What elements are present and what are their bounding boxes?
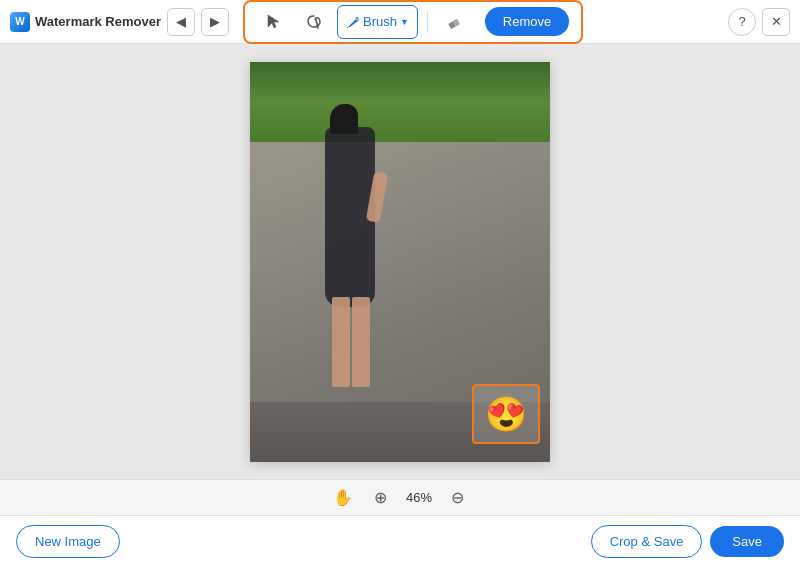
leg-left [332, 297, 350, 387]
forward-button[interactable]: ▶ [201, 8, 229, 36]
title-bar: W Watermark Remover ◀ ▶ Brush ▼ [0, 0, 800, 44]
close-button[interactable]: ✕ [762, 8, 790, 36]
lasso-tool-button[interactable] [297, 5, 331, 39]
back-button[interactable]: ◀ [167, 8, 195, 36]
main-image: 😍 [250, 62, 550, 462]
canvas-area[interactable]: 😍 [0, 44, 800, 479]
logo-icon: W [10, 12, 30, 32]
app-title: Watermark Remover [35, 14, 161, 29]
eraser-tool-button[interactable] [437, 5, 471, 39]
new-image-button[interactable]: New Image [16, 525, 120, 558]
brush-dropdown-icon: ▼ [400, 17, 409, 27]
grab-icon: ✋ [333, 488, 353, 507]
grab-tool-button[interactable]: ✋ [330, 485, 356, 511]
zoom-in-icon: ⊕ [374, 488, 387, 507]
remove-button[interactable]: Remove [485, 7, 569, 36]
save-button[interactable]: Save [710, 526, 784, 557]
watermark-selection-box[interactable]: 😍 [472, 384, 540, 444]
toolbar: Brush ▼ Remove [243, 0, 583, 44]
svg-line-2 [347, 27, 348, 28]
watermark-emoji: 😍 [485, 394, 527, 434]
bg-top [250, 62, 550, 142]
bottom-bar: New Image Crop & Save Save [0, 515, 800, 567]
zoom-out-icon: ⊖ [451, 488, 464, 507]
svg-marker-0 [268, 15, 279, 28]
app-logo: W Watermark Remover [10, 12, 161, 32]
hair-shape [330, 104, 358, 134]
zoom-out-button[interactable]: ⊖ [444, 485, 470, 511]
brush-label: Brush [363, 14, 397, 29]
status-bar: ✋ ⊕ 46% ⊖ [0, 479, 800, 515]
leg-right [352, 297, 370, 387]
separator-1 [427, 11, 428, 33]
crop-save-button[interactable]: Crop & Save [591, 525, 703, 558]
image-container: 😍 [250, 62, 550, 462]
zoom-level: 46% [406, 490, 432, 505]
select-tool-button[interactable] [257, 5, 291, 39]
brush-tool-button[interactable]: Brush ▼ [337, 5, 418, 39]
help-button[interactable]: ? [728, 8, 756, 36]
zoom-in-button[interactable]: ⊕ [368, 485, 394, 511]
